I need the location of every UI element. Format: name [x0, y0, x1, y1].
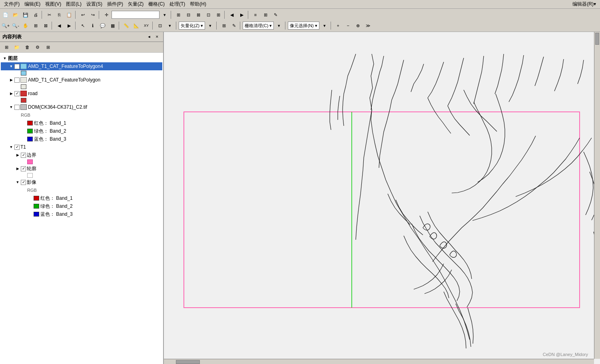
menu-process[interactable]: 处理(T): [167, 0, 187, 8]
tb-layers[interactable]: ≡: [251, 10, 260, 19]
layers-section-header[interactable]: ▼ 图层: [1, 54, 162, 62]
menu-vector[interactable]: 矢量(Z): [126, 0, 146, 8]
menu-view[interactable]: 视图(V): [43, 0, 64, 8]
tb-grid1[interactable]: ⊞: [173, 10, 183, 19]
sidebar-header: 内容列表 ◄ ✕: [0, 32, 163, 42]
tb-cut[interactable]: ✂: [44, 10, 54, 19]
tb-measure[interactable]: 📏: [122, 21, 131, 30]
map-area[interactable]: CeDN @Laney_Midory: [164, 32, 600, 364]
layer5-image-row[interactable]: ▼ 影像: [1, 178, 162, 186]
tb-nav-fwd[interactable]: ▶: [64, 21, 74, 30]
layer1-expander[interactable]: ▼: [8, 63, 14, 70]
tb-save[interactable]: 💾: [21, 10, 30, 19]
menu-raster[interactable]: 栅格(C): [146, 0, 167, 8]
tb-minus[interactable]: −: [343, 21, 353, 30]
layer-item-5[interactable]: ▼ T1: [1, 143, 162, 151]
menu-edit[interactable]: 编辑(E): [22, 0, 43, 8]
tb-nav-back[interactable]: ◀: [54, 21, 64, 30]
tb-more[interactable]: ≫: [363, 21, 373, 30]
map-scrollbar-bottom[interactable]: [164, 359, 594, 364]
tb-grid4[interactable]: ⊡: [203, 10, 213, 19]
layer5-expander[interactable]: ▼: [8, 144, 14, 150]
tb-grid3[interactable]: ⊠: [193, 10, 203, 19]
layer4-check[interactable]: [14, 105, 20, 110]
sidebar-close-btn[interactable]: ✕: [153, 33, 161, 40]
tb-back[interactable]: ◀: [227, 10, 237, 19]
tb-paste[interactable]: 📋: [64, 10, 74, 19]
layer5-check[interactable]: [14, 145, 20, 150]
layer4-green-label: 绿色： Band_2: [34, 127, 66, 135]
layer2-check[interactable]: [14, 78, 20, 83]
sb-tb-folder[interactable]: 📁: [12, 43, 22, 52]
tb-redo[interactable]: ↪: [88, 10, 98, 19]
layer-item-2[interactable]: ▶ AMD_T1_CAT_FeatureToPolygon: [1, 76, 162, 84]
tb-print[interactable]: 🖨: [31, 10, 40, 19]
tb-info[interactable]: ℹ: [88, 21, 98, 30]
layer5-image-expander[interactable]: ▼: [14, 179, 21, 185]
sb-tb-grid[interactable]: ⊞: [43, 43, 53, 52]
layer5-border-row[interactable]: ▶ 边界: [1, 151, 162, 159]
tb-fullext[interactable]: ⊞: [31, 21, 40, 30]
menu-plugins[interactable]: 插件(P): [105, 0, 126, 8]
tb-cellsel-drop[interactable]: ▾: [320, 21, 329, 30]
menu-layer[interactable]: 图层(L): [64, 0, 84, 8]
tb-layers2[interactable]: ⊞: [261, 10, 270, 19]
tb-search-input[interactable]: [112, 11, 159, 19]
tb-raster-drop[interactable]: ▾: [274, 21, 284, 30]
layer4-expander[interactable]: ▼: [8, 104, 14, 110]
tb-edit2[interactable]: ✎: [271, 10, 280, 19]
tb-pan[interactable]: ✋: [21, 21, 30, 30]
tb-xy[interactable]: XY: [142, 21, 151, 30]
vectorize-combo[interactable]: 矢量化(Z) ▾: [179, 22, 205, 30]
tb-search-go[interactable]: ▾: [160, 10, 169, 19]
tb-copy[interactable]: ⎘: [54, 10, 64, 19]
tb-fwd[interactable]: ▶: [237, 10, 247, 19]
tb-add[interactable]: +: [333, 21, 343, 30]
map-scrollbar-right[interactable]: [594, 32, 600, 359]
layer-item-3[interactable]: ▶ road: [1, 90, 162, 97]
layer5-contour-check[interactable]: [21, 166, 26, 171]
tb-vectorize-drop[interactable]: ▾: [205, 21, 215, 30]
tb-plus2[interactable]: ⊕: [353, 21, 363, 30]
layer-item-1[interactable]: ▼ AMD_T1_CAT_FeatureToPolygon4: [1, 62, 162, 70]
tb-move[interactable]: ✛: [102, 10, 111, 19]
tb-zoom-win[interactable]: ⊡: [155, 21, 165, 30]
tb-zoom-in[interactable]: 🔍+: [1, 21, 10, 30]
layer3-check[interactable]: [14, 91, 20, 96]
layer5-contour-row[interactable]: ▶ 轮廓: [1, 165, 162, 173]
menu-editor[interactable]: 编辑器(R)▾: [570, 0, 598, 8]
layer1-check[interactable]: [14, 64, 20, 69]
raster-select-combo[interactable]: 像元选择(N) ▾: [288, 22, 319, 30]
sb-tb-add[interactable]: ⊞: [2, 43, 11, 52]
layer-item-4[interactable]: ▼ DOM(CK364-CK371)_C2.tif: [1, 103, 162, 111]
tb-area[interactable]: 📐: [132, 21, 141, 30]
tb-zoom-drop[interactable]: ▾: [165, 21, 175, 30]
layer5-contour-expander[interactable]: ▶: [14, 165, 21, 172]
layer5-border-check[interactable]: [21, 153, 26, 158]
tb-speech[interactable]: 💬: [98, 21, 108, 30]
sidebar-pin-btn[interactable]: ◄: [146, 33, 153, 40]
layer2-expander[interactable]: ▶: [8, 77, 14, 83]
layer5-border-expander[interactable]: ▶: [14, 152, 21, 158]
raster-cleanup-combo[interactable]: 栅格清理(C) ▾: [243, 22, 274, 30]
menu-file[interactable]: 文件(F): [2, 0, 22, 8]
tb-undo[interactable]: ↩: [78, 10, 88, 19]
tb-selext[interactable]: ⊠: [41, 21, 50, 30]
vscroll-thumb[interactable]: [595, 33, 599, 45]
sb-tb-trash[interactable]: 🗑: [22, 43, 32, 52]
tb-grid5[interactable]: ⊞: [213, 10, 223, 19]
hscroll-thumb[interactable]: [176, 360, 200, 364]
tb-grid2[interactable]: ⊟: [183, 10, 193, 19]
layer3-expander[interactable]: ▶: [8, 90, 14, 97]
tb-v1[interactable]: ⊞: [219, 21, 229, 30]
menu-settings[interactable]: 设置(S): [84, 0, 105, 8]
tb-zoom-out[interactable]: 🔍-: [11, 21, 20, 30]
tb-new[interactable]: 📄: [1, 10, 10, 19]
tb-open[interactable]: 📂: [11, 10, 20, 19]
sb-tb-props[interactable]: ⚙: [33, 43, 42, 52]
tb-select-arrow[interactable]: ↖: [78, 21, 88, 30]
tb-v2[interactable]: ✎: [229, 21, 239, 30]
menu-help[interactable]: 帮助(H): [187, 0, 209, 8]
layer5-image-check[interactable]: [21, 180, 26, 185]
tb-table[interactable]: ▦: [108, 21, 118, 30]
